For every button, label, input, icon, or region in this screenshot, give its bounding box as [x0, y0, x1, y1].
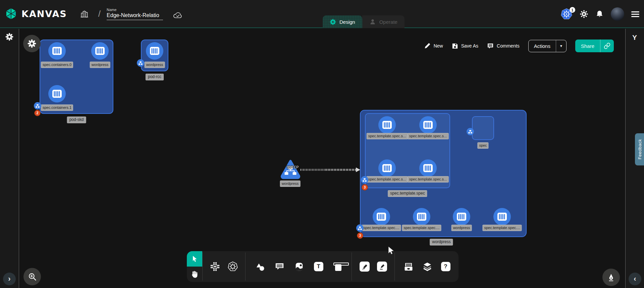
hamburger-menu-icon[interactable] — [631, 10, 639, 18]
node-label[interactable]: spec.template.spec.s... — [408, 176, 449, 183]
deployment-type-badge[interactable] — [356, 224, 364, 232]
pen-tool-button[interactable] — [360, 262, 370, 272]
notifications-bell-icon[interactable] — [595, 10, 604, 18]
comments-button[interactable]: Comments — [487, 43, 520, 49]
container-node[interactable] — [378, 116, 396, 134]
service-edge[interactable] — [301, 169, 356, 171]
feedback-tab[interactable]: Feedback — [635, 133, 644, 165]
container-node[interactable] — [378, 159, 396, 177]
kanvas-logo-icon[interactable] — [5, 7, 17, 20]
tab-operate[interactable]: Operate — [362, 15, 405, 28]
chip-components-icon[interactable] — [210, 261, 220, 272]
share-button[interactable]: Share — [575, 40, 614, 52]
actions-dropdown-button[interactable]: Actions ▾ — [528, 40, 567, 52]
node-label[interactable]: spec.template.spec.s... — [367, 133, 408, 139]
container-node[interactable] — [48, 85, 66, 102]
chevron-right-icon: › — [8, 275, 10, 283]
error-count-badge[interactable]: 3 — [362, 184, 368, 191]
container-node[interactable] — [453, 208, 470, 225]
freehand-tool-button[interactable] — [377, 262, 387, 272]
node-label[interactable]: spec.template.spec.... — [362, 225, 401, 231]
note-body-shape — [335, 264, 341, 271]
zoom-button[interactable] — [23, 268, 41, 285]
note-tool-button[interactable] — [333, 262, 342, 271]
container-icon — [497, 212, 507, 221]
node-label[interactable]: spec.template.spec.s... — [367, 176, 408, 183]
container-node[interactable] — [373, 208, 390, 225]
drawing-tools-section — [352, 251, 394, 282]
user-avatar[interactable] — [611, 7, 624, 21]
service-triangle-node[interactable] — [280, 159, 301, 179]
cursor-arrow-icon — [191, 255, 199, 263]
tab-design[interactable]: Design — [323, 15, 362, 28]
caret-down-icon[interactable]: ▾ — [556, 44, 566, 48]
error-count-badge[interactable]: 2 — [34, 110, 41, 116]
actions-divider — [556, 40, 556, 52]
node-label[interactable]: spec.template.spec.... — [402, 225, 441, 231]
pan-tool-button[interactable] — [187, 267, 202, 282]
text-tool-glyph: T — [317, 263, 320, 270]
node-label[interactable]: spec.containers.1 — [41, 104, 73, 111]
feedback-label: Feedback — [637, 139, 642, 159]
select-tool-button[interactable] — [187, 251, 202, 267]
left-dock-strip: › — [0, 29, 19, 288]
design-canvas[interactable]: New Save As Com — [19, 29, 625, 288]
comment-tool-icon[interactable] — [274, 262, 285, 272]
layers-icon[interactable] — [422, 262, 433, 272]
node-label[interactable]: spec.template.spec.... — [483, 225, 522, 231]
layer5-dock-icon[interactable]: Y — [632, 33, 637, 42]
expand-left-panel-button[interactable]: › — [3, 273, 16, 285]
container-icon — [382, 164, 392, 172]
node-label[interactable]: spec.containers.0 — [41, 62, 73, 68]
pod-type-badge[interactable] — [137, 59, 144, 67]
container-icon — [52, 47, 62, 55]
node-label[interactable]: wordpress — [90, 62, 110, 68]
text-tool-button[interactable]: T — [314, 262, 323, 271]
drawer-archive-icon[interactable] — [403, 262, 414, 272]
error-count-badge[interactable]: 3 — [357, 232, 363, 239]
settings-gear-icon[interactable] — [580, 10, 588, 18]
spec-node[interactable] — [472, 116, 494, 140]
container-node[interactable] — [91, 42, 109, 60]
group-label[interactable]: spec.template.spec — [388, 190, 427, 197]
pod-type-badge[interactable] — [361, 176, 368, 184]
canvas-toolbar: T — [187, 251, 459, 282]
node-label[interactable]: spec.template.spec.s... — [408, 133, 449, 139]
container-node[interactable] — [146, 42, 163, 60]
image-tool-icon[interactable] — [294, 262, 304, 272]
meshery-swirl-icon[interactable] — [5, 33, 13, 41]
container-node[interactable] — [419, 159, 437, 177]
organization-icon[interactable] — [80, 9, 89, 18]
shapes-tool-icon[interactable] — [255, 262, 265, 271]
group-label[interactable]: pod-rcc — [146, 74, 164, 80]
new-button[interactable]: New — [424, 43, 443, 49]
node-label[interactable]: wordpress — [451, 225, 472, 231]
kubernetes-context-button[interactable]: 1 — [560, 8, 573, 20]
container-node[interactable] — [413, 208, 430, 225]
save-as-button[interactable]: Save As — [452, 43, 478, 49]
operate-person-icon — [369, 18, 376, 25]
group-label[interactable]: wordpress — [430, 239, 453, 245]
help-button[interactable]: ? — [441, 262, 450, 271]
name-field-label: Name — [107, 8, 163, 12]
node-label[interactable]: wordpress — [145, 62, 165, 68]
save-as-label: Save As — [461, 43, 478, 49]
node-label[interactable]: spec — [477, 142, 488, 149]
copy-link-button[interactable] — [600, 43, 614, 49]
right-dock-strip: Y Feedback ‹ — [625, 29, 644, 288]
container-node[interactable] — [419, 116, 437, 134]
expand-right-panel-button[interactable]: ‹ — [629, 273, 641, 285]
pod-type-badge[interactable] — [467, 128, 474, 135]
group-label[interactable]: pod-skd — [67, 117, 86, 123]
design-name-input[interactable] — [107, 12, 163, 20]
kubernetes-tool-icon[interactable] — [227, 261, 238, 272]
container-node[interactable] — [48, 42, 66, 60]
service-label[interactable]: wordpress — [280, 181, 301, 187]
help-glyph: ? — [444, 263, 447, 270]
pen-icon — [361, 263, 368, 270]
container-node[interactable] — [493, 208, 511, 225]
ink-pen-button[interactable] — [602, 269, 620, 286]
chevron-left-icon: ‹ — [634, 275, 636, 283]
pod-type-badge[interactable] — [34, 102, 41, 110]
node-configure-button[interactable] — [23, 35, 41, 52]
